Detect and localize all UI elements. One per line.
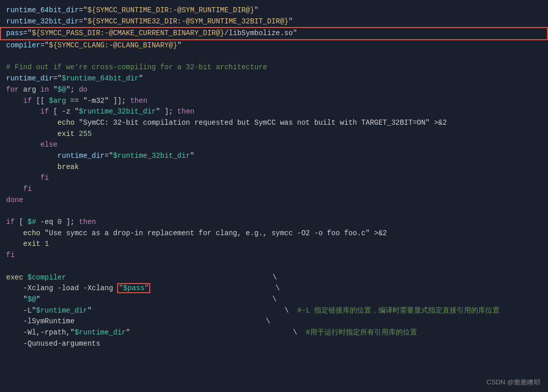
- code-line-14: fi: [0, 173, 548, 184]
- code-line-13: break: [0, 162, 548, 173]
- code-line-4: compiler="${SYMCC_CLANG:-@CLANG_BINARY@}…: [0, 40, 548, 51]
- code-line-20: fi: [0, 250, 548, 261]
- code-line-9: echo "SymCC: 32-bit compilation requeste…: [0, 118, 548, 129]
- code-line-10: exit 255: [0, 129, 548, 140]
- code-line-6: for arg in "$@"; do: [0, 85, 548, 96]
- code-line-18: echo "Use symcc as a drop-in replacement…: [0, 228, 548, 239]
- watermark: CSDN @脆脆噢耶: [486, 378, 540, 387]
- code-line-exec3: "$@" \: [0, 294, 548, 305]
- code-line-exec6: -Wl,-rpath,"$runtime_dir" \ #用于运行时指定所有引用…: [0, 327, 548, 339]
- code-line-exec4: -L"$runtime_dir" \ #-L 指定链接库的位置，编译时需要显式指…: [0, 305, 548, 317]
- code-line-3-highlighted: pass="${SYMCC_PASS_DIR:-@CMAKE_CURRENT_B…: [0, 27, 548, 40]
- code-line-19: exit 1: [0, 239, 548, 250]
- code-line-5: runtime_dir="$runtime_64bit_dir": [0, 73, 548, 85]
- code-line-empty2: [0, 206, 548, 217]
- code-line-15: fi: [0, 184, 548, 195]
- code-line-exec5: -lSymRuntime \: [0, 316, 548, 327]
- code-line-11: else: [0, 139, 548, 151]
- code-line-exec2: -Xclang -load -Xclang "$pass" \: [0, 283, 548, 294]
- code-line-exec1: exec $compiler \: [0, 272, 548, 284]
- code-line-2: runtime_32bit_dir="${SYMCC_RUNTIME32_DIR…: [0, 16, 548, 27]
- code-line-16: done: [0, 195, 548, 206]
- code-line-8: if [ -z "$runtime_32bit_dir" ]; then: [0, 106, 548, 118]
- code-line-1: runtime_64bit_dir="${SYMCC_RUNTIME_DIR:-…: [0, 5, 548, 16]
- code-line-empty1: [0, 51, 548, 63]
- code-line-comment1: # Find out if we're cross-compiling for …: [0, 62, 548, 73]
- code-line-7: if [[ $arg == "-m32" ]]; then: [0, 96, 548, 107]
- code-line-exec7: -Qunused-arguments: [0, 339, 548, 350]
- code-line-empty3: [0, 261, 548, 272]
- code-container: runtime_64bit_dir="${SYMCC_RUNTIME_DIR:-…: [0, 0, 548, 392]
- code-line-17: if [ $# -eq 0 ]; then: [0, 217, 548, 228]
- code-line-12: runtime_dir="$runtime_32bit_dir": [0, 151, 548, 162]
